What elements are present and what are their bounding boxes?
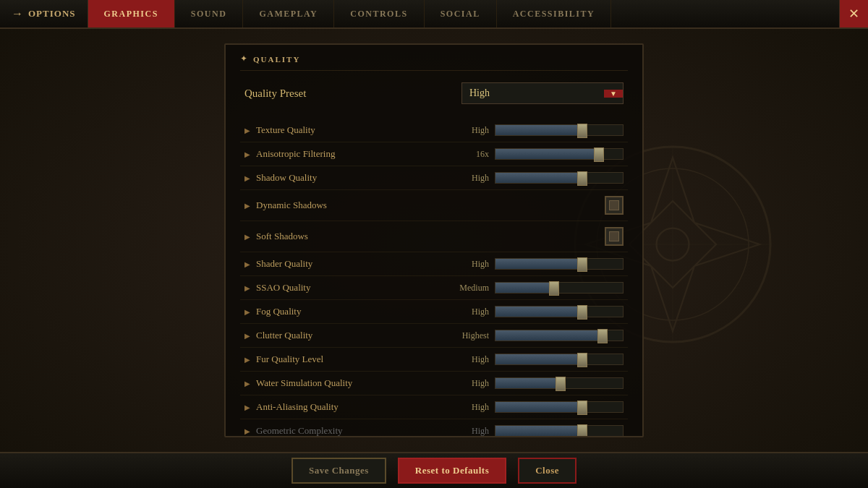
settings-scroll-area[interactable]: ✦ QUALITY Quality Preset High ▼ ▶Texture… bbox=[226, 45, 642, 436]
main-content: ✦ QUALITY Quality Preset High ▼ ▶Texture… bbox=[0, 29, 868, 452]
setting-row-9: ▶Fur Quality LevelHigh bbox=[240, 348, 628, 372]
setting-value-8: Highest bbox=[451, 330, 495, 341]
section-icon: ✦ bbox=[240, 53, 247, 64]
setting-value-2: High bbox=[451, 173, 495, 184]
nav-tabs: GRAPHICSSOUNDGAMEPLAYCONTROLSSOCIALACCES… bbox=[88, 0, 612, 27]
setting-checkbox-4[interactable] bbox=[605, 227, 624, 246]
nav-tab-accessibility[interactable]: ACCESSIBILITY bbox=[497, 0, 612, 27]
setting-slider-11[interactable] bbox=[495, 401, 624, 413]
slider-fill bbox=[495, 173, 587, 183]
chevron-right-icon: ▶ bbox=[244, 380, 250, 388]
slider-thumb bbox=[577, 424, 587, 436]
setting-row-12: ▶Geometric ComplexityHigh bbox=[240, 419, 628, 436]
preset-dropdown-arrow: ▼ bbox=[604, 90, 623, 98]
chevron-right-icon: ▶ bbox=[244, 332, 250, 340]
setting-value-12: High bbox=[451, 426, 495, 437]
setting-row-10: ▶Water Simulation QualityHigh bbox=[240, 372, 628, 395]
slider-fill bbox=[495, 259, 587, 269]
setting-row-11: ▶Anti-Aliasing QualityHigh bbox=[240, 395, 628, 419]
nav-tab-social[interactable]: SOCIAL bbox=[425, 0, 497, 27]
nav-tab-sound[interactable]: SOUND bbox=[175, 0, 244, 27]
setting-slider-6[interactable] bbox=[495, 282, 624, 294]
slider-fill bbox=[495, 149, 604, 159]
chevron-right-icon: ▶ bbox=[244, 233, 250, 241]
setting-row-8: ▶Clutter QualityHighest bbox=[240, 324, 628, 348]
setting-slider-0[interactable] bbox=[495, 124, 624, 136]
setting-value-5: High bbox=[451, 259, 495, 270]
chevron-right-icon: ▶ bbox=[244, 150, 250, 158]
setting-slider-5[interactable] bbox=[495, 258, 624, 270]
setting-row-7: ▶Fog QualityHigh bbox=[240, 300, 628, 324]
slider-thumb bbox=[597, 329, 608, 343]
setting-name-0: Texture Quality bbox=[256, 124, 451, 136]
setting-slider-7[interactable] bbox=[495, 306, 624, 317]
setting-name-3: Dynamic Shadows bbox=[256, 200, 451, 211]
setting-value-10: High bbox=[451, 378, 495, 389]
close-button[interactable]: Close bbox=[518, 458, 576, 484]
setting-slider-1[interactable] bbox=[495, 148, 624, 160]
slider-fill bbox=[495, 426, 587, 436]
slider-thumb bbox=[577, 401, 587, 415]
slider-fill bbox=[495, 125, 587, 135]
setting-slider-2[interactable] bbox=[495, 172, 624, 184]
setting-row-6: ▶SSAO QualityMedium bbox=[240, 276, 628, 300]
quality-preset-value: High bbox=[469, 87, 490, 99]
nav-tab-graphics[interactable]: GRAPHICS bbox=[88, 0, 175, 27]
setting-name-5: Shader Quality bbox=[256, 258, 451, 270]
setting-name-12: Geometric Complexity bbox=[256, 425, 451, 436]
setting-row-1: ▶Anisotropic Filtering16x bbox=[240, 142, 628, 166]
setting-value-9: High bbox=[451, 354, 495, 365]
nav-tab-controls[interactable]: CONTROLS bbox=[334, 0, 424, 27]
setting-slider-10[interactable] bbox=[495, 377, 624, 389]
close-icon: ✕ bbox=[848, 6, 859, 22]
chevron-right-icon: ▶ bbox=[244, 202, 250, 210]
chevron-right-icon: ▶ bbox=[244, 403, 250, 411]
reset-defaults-button[interactable]: Reset to Defaults bbox=[398, 458, 506, 484]
slider-thumb bbox=[594, 147, 604, 162]
chevron-right-icon: ▶ bbox=[244, 356, 250, 364]
setting-slider-12[interactable] bbox=[495, 425, 624, 436]
setting-name-1: Anisotropic Filtering bbox=[256, 148, 451, 160]
slider-fill bbox=[495, 330, 608, 341]
slider-fill bbox=[495, 402, 587, 412]
checkbox-inner bbox=[609, 200, 619, 210]
back-button[interactable]: → OPTIONS bbox=[0, 0, 88, 27]
setting-row-4: ▶Soft Shadows bbox=[240, 221, 628, 252]
setting-name-10: Water Simulation Quality bbox=[256, 377, 451, 389]
nav-tab-gameplay[interactable]: GAMEPLAY bbox=[243, 0, 334, 27]
chevron-right-icon: ▶ bbox=[244, 260, 250, 268]
setting-name-9: Fur Quality Level bbox=[256, 354, 451, 365]
setting-name-4: Soft Shadows bbox=[256, 231, 451, 242]
nav-close-button[interactable]: ✕ bbox=[839, 0, 868, 27]
slider-thumb bbox=[577, 353, 587, 367]
slider-fill bbox=[495, 283, 559, 293]
quality-preset-label: Quality Preset bbox=[244, 87, 461, 100]
setting-value-0: High bbox=[451, 125, 495, 136]
slider-fill bbox=[495, 307, 587, 317]
slider-thumb bbox=[577, 257, 587, 272]
setting-name-6: SSAO Quality bbox=[256, 282, 451, 294]
slider-thumb bbox=[549, 281, 559, 296]
slider-thumb bbox=[556, 377, 566, 391]
checkbox-inner bbox=[609, 231, 619, 241]
quality-preset-select[interactable]: High ▼ bbox=[461, 82, 624, 104]
chevron-right-icon: ▶ bbox=[244, 284, 250, 292]
back-label: OPTIONS bbox=[28, 8, 76, 20]
quality-preset-row: Quality Preset High ▼ bbox=[240, 82, 628, 104]
setting-slider-9[interactable] bbox=[495, 354, 624, 365]
setting-row-3: ▶Dynamic Shadows bbox=[240, 190, 628, 221]
slider-fill bbox=[495, 378, 566, 388]
chevron-right-icon: ▶ bbox=[244, 308, 250, 316]
setting-slider-8[interactable] bbox=[495, 330, 624, 341]
setting-checkbox-3[interactable] bbox=[605, 196, 624, 215]
bottom-bar: Save Changes Reset to Defaults Close bbox=[0, 452, 868, 488]
settings-panel: ✦ QUALITY Quality Preset High ▼ ▶Texture… bbox=[224, 43, 644, 437]
setting-name-7: Fog Quality bbox=[256, 306, 451, 317]
setting-name-11: Anti-Aliasing Quality bbox=[256, 401, 451, 413]
slider-fill bbox=[495, 354, 587, 364]
section-header: ✦ QUALITY bbox=[240, 53, 628, 71]
setting-value-6: Medium bbox=[451, 283, 495, 294]
settings-list: ▶Texture QualityHigh▶Anisotropic Filteri… bbox=[240, 119, 628, 436]
save-changes-button[interactable]: Save Changes bbox=[292, 458, 386, 484]
setting-name-8: Clutter Quality bbox=[256, 330, 451, 341]
